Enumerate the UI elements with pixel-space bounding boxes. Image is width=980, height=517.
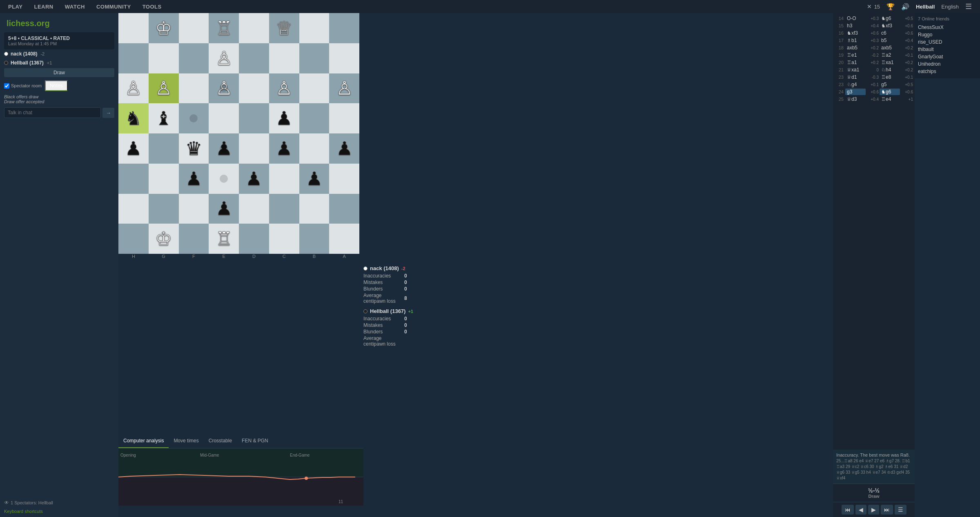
board-cell-4-3[interactable]: ♟ bbox=[209, 133, 239, 164]
board-cell-5-3[interactable] bbox=[209, 164, 239, 194]
nav-learn[interactable]: LEARN bbox=[34, 4, 53, 10]
fen-pgn-tab[interactable]: FEN & PGN bbox=[237, 435, 273, 448]
board-cell-0-3[interactable]: ♖ bbox=[209, 13, 239, 43]
board-cell-7-6[interactable] bbox=[299, 224, 330, 254]
chat-input[interactable] bbox=[4, 107, 101, 118]
notes-tab[interactable]: Notes bbox=[45, 80, 67, 91]
last-move-btn[interactable]: ⏭ bbox=[881, 505, 893, 515]
board-cell-7-1[interactable]: ♔ bbox=[149, 224, 179, 254]
move-white[interactable]: axb5 bbox=[845, 44, 866, 51]
board-cell-4-1[interactable] bbox=[149, 133, 179, 164]
list-item[interactable]: Unihedron bbox=[918, 60, 977, 68]
board-cell-1-2[interactable] bbox=[179, 43, 209, 73]
move-times-tab[interactable]: Move times bbox=[169, 435, 203, 448]
move-black[interactable]: ♖e4 bbox=[880, 96, 900, 102]
board-cell-1-1[interactable] bbox=[149, 43, 179, 73]
move-black[interactable]: ♞g6 bbox=[880, 15, 900, 22]
board-cell-3-7[interactable] bbox=[329, 103, 359, 133]
board-cell-4-7[interactable]: ♟ bbox=[329, 133, 359, 164]
board-cell-1-6[interactable] bbox=[299, 43, 330, 73]
move-white[interactable]: ♗b1 bbox=[845, 37, 866, 44]
board-cell-5-5[interactable] bbox=[269, 164, 299, 194]
move-black[interactable]: axb5 bbox=[880, 44, 900, 51]
board-cell-1-4[interactable] bbox=[239, 43, 269, 73]
board-cell-1-0[interactable] bbox=[118, 43, 149, 73]
move-black[interactable]: ♖a2 bbox=[880, 52, 900, 58]
board-cell-6-4[interactable] bbox=[239, 194, 269, 224]
nav-community[interactable]: COMMUNITY bbox=[96, 4, 131, 10]
move-black[interactable]: b5 bbox=[880, 37, 900, 44]
list-item[interactable]: eatchips bbox=[918, 68, 977, 75]
board-cell-5-4[interactable]: ♟ bbox=[239, 164, 269, 194]
board-cell-7-5[interactable] bbox=[269, 224, 299, 254]
board-cell-6-2[interactable] bbox=[179, 194, 209, 224]
board-cell-0-7[interactable] bbox=[329, 13, 359, 43]
board-cell-2-0[interactable]: ♙ bbox=[118, 73, 149, 104]
username-nav[interactable]: Hellball bbox=[916, 4, 935, 10]
move-white[interactable]: ♖e1 bbox=[845, 52, 866, 58]
board-cell-2-7[interactable]: ♙ bbox=[329, 73, 359, 104]
move-black[interactable]: ♖xa1 bbox=[880, 59, 900, 66]
chat-send-button[interactable]: → bbox=[102, 108, 114, 118]
move-black[interactable]: g5 bbox=[880, 81, 900, 88]
nav-watch[interactable]: WATCH bbox=[65, 4, 85, 10]
list-item[interactable]: Ruggo bbox=[918, 31, 977, 38]
board-cell-6-0[interactable] bbox=[118, 194, 149, 224]
board-cell-5-1[interactable] bbox=[149, 164, 179, 194]
hamburger-icon[interactable]: ☰ bbox=[965, 2, 972, 11]
board-cell-5-2[interactable]: ♟ bbox=[179, 164, 209, 194]
board-cell-2-4[interactable] bbox=[239, 73, 269, 104]
board-cell-1-3[interactable]: ♙ bbox=[209, 43, 239, 73]
list-item[interactable]: ChessSuxX bbox=[918, 24, 977, 31]
board-cell-5-7[interactable] bbox=[329, 164, 359, 194]
move-black[interactable]: ♞g6 bbox=[880, 89, 900, 95]
move-black[interactable]: ♖e8 bbox=[880, 74, 900, 80]
board-cell-0-4[interactable] bbox=[239, 13, 269, 43]
board-cell-7-3[interactable]: ♖ bbox=[209, 224, 239, 254]
chess-board[interactable]: ♔♖♕♙♙♙♙♙♙♞♝♟♟♛♟♟♟♟♟♟♟♔♖ bbox=[118, 13, 359, 254]
board-cell-5-6[interactable]: ♟ bbox=[299, 164, 330, 194]
move-black[interactable]: ♘h4 bbox=[880, 67, 900, 73]
move-black[interactable]: ♞xf3 bbox=[880, 22, 900, 29]
list-item[interactable]: thibault bbox=[918, 46, 977, 53]
first-move-btn[interactable]: ⏮ bbox=[842, 505, 854, 515]
board-cell-3-2[interactable] bbox=[179, 103, 209, 133]
board-cell-4-5[interactable]: ♟ bbox=[269, 133, 299, 164]
crosstable-tab[interactable]: Crosstable bbox=[204, 435, 237, 448]
board-cell-6-3[interactable]: ♟ bbox=[209, 194, 239, 224]
board-cell-6-6[interactable] bbox=[299, 194, 330, 224]
language-selector[interactable]: English bbox=[941, 4, 959, 10]
list-item[interactable]: GnarlyGoat bbox=[918, 53, 977, 60]
board-cell-2-5[interactable]: ♙ bbox=[269, 73, 299, 104]
move-white[interactable]: h3 bbox=[845, 22, 866, 29]
board-cell-3-3[interactable] bbox=[209, 103, 239, 133]
board-cell-0-0[interactable] bbox=[118, 13, 149, 43]
sound-icon[interactable]: 🔊 bbox=[901, 3, 909, 11]
board-cell-5-0[interactable] bbox=[118, 164, 149, 194]
menu-btn[interactable]: ☰ bbox=[895, 505, 906, 515]
board-cell-3-0[interactable]: ♞ bbox=[118, 103, 149, 133]
board-cell-7-2[interactable] bbox=[179, 224, 209, 254]
board-cell-6-1[interactable] bbox=[149, 194, 179, 224]
board-cell-4-4[interactable] bbox=[239, 133, 269, 164]
board-cell-1-5[interactable] bbox=[269, 43, 299, 73]
move-white[interactable]: ♖a1 bbox=[845, 59, 866, 66]
board-cell-6-5[interactable] bbox=[269, 194, 299, 224]
move-white[interactable]: ♕d1 bbox=[845, 74, 866, 80]
board-cell-3-6[interactable] bbox=[299, 103, 330, 133]
move-white[interactable]: O-O bbox=[845, 15, 866, 22]
board-cell-0-5[interactable]: ♕ bbox=[269, 13, 299, 43]
move-black[interactable]: c6 bbox=[880, 30, 900, 36]
board-cell-2-6[interactable] bbox=[299, 73, 330, 104]
board-cell-0-6[interactable] bbox=[299, 13, 330, 43]
board-cell-2-3[interactable]: ♙ bbox=[209, 73, 239, 104]
board-cell-3-5[interactable]: ♟ bbox=[269, 103, 299, 133]
keyboard-shortcuts[interactable]: Keyboard shortcuts bbox=[0, 507, 118, 517]
board-cell-1-7[interactable] bbox=[329, 43, 359, 73]
prev-move-btn[interactable]: ◀ bbox=[855, 505, 866, 515]
nav-tools[interactable]: TOOLS bbox=[143, 4, 162, 10]
board-cell-7-0[interactable] bbox=[118, 224, 149, 254]
list-item[interactable]: rise_USED bbox=[918, 38, 977, 46]
move-white[interactable]: ♞xf3 bbox=[845, 30, 866, 36]
move-white[interactable]: g3 bbox=[845, 89, 866, 95]
